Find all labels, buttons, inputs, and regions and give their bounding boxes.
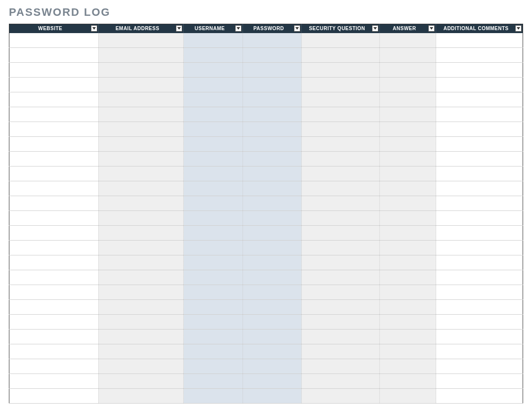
filter-dropdown-icon[interactable] (428, 25, 435, 32)
table-cell[interactable] (184, 285, 243, 300)
table-cell[interactable] (243, 33, 301, 48)
table-cell[interactable] (301, 181, 379, 196)
table-cell[interactable] (380, 137, 436, 152)
table-cell[interactable] (9, 270, 99, 285)
table-cell[interactable] (184, 92, 243, 107)
table-cell[interactable] (301, 33, 379, 48)
table-cell[interactable] (436, 196, 523, 211)
table-cell[interactable] (98, 92, 183, 107)
table-cell[interactable] (243, 374, 301, 389)
table-cell[interactable] (98, 270, 183, 285)
table-cell[interactable] (436, 300, 523, 315)
table-cell[interactable] (380, 270, 436, 285)
table-cell[interactable] (380, 181, 436, 196)
table-cell[interactable] (243, 122, 301, 137)
table-cell[interactable] (9, 78, 99, 92)
table-cell[interactable] (98, 181, 183, 196)
table-cell[interactable] (98, 137, 183, 152)
table-cell[interactable] (436, 344, 523, 359)
table-cell[interactable] (9, 344, 99, 359)
table-cell[interactable] (98, 300, 183, 315)
filter-dropdown-icon[interactable] (91, 25, 97, 32)
table-cell[interactable] (380, 152, 436, 166)
table-cell[interactable] (9, 48, 99, 63)
table-cell[interactable] (184, 196, 243, 211)
table-cell[interactable] (98, 389, 183, 404)
table-cell[interactable] (98, 48, 183, 63)
table-cell[interactable] (243, 196, 301, 211)
table-cell[interactable] (9, 33, 99, 48)
table-cell[interactable] (380, 63, 436, 78)
table-cell[interactable] (436, 48, 523, 63)
table-cell[interactable] (9, 181, 99, 196)
table-cell[interactable] (301, 152, 379, 166)
column-header[interactable]: WEBSITE (9, 24, 99, 33)
table-cell[interactable] (243, 330, 301, 344)
table-cell[interactable] (243, 137, 301, 152)
table-cell[interactable] (436, 241, 523, 255)
table-cell[interactable] (98, 78, 183, 92)
table-cell[interactable] (9, 122, 99, 137)
table-cell[interactable] (243, 389, 301, 404)
table-cell[interactable] (380, 315, 436, 330)
table-cell[interactable] (301, 63, 379, 78)
table-cell[interactable] (184, 226, 243, 241)
table-cell[interactable] (184, 330, 243, 344)
table-cell[interactable] (380, 330, 436, 344)
table-cell[interactable] (98, 122, 183, 137)
table-cell[interactable] (436, 211, 523, 226)
column-header[interactable]: ADDITIONAL COMMENTS (436, 24, 523, 33)
table-cell[interactable] (301, 211, 379, 226)
table-cell[interactable] (9, 211, 99, 226)
table-cell[interactable] (301, 78, 379, 92)
table-cell[interactable] (184, 33, 243, 48)
table-cell[interactable] (9, 315, 99, 330)
table-cell[interactable] (9, 330, 99, 344)
table-cell[interactable] (98, 166, 183, 181)
table-cell[interactable] (9, 300, 99, 315)
table-cell[interactable] (98, 315, 183, 330)
table-cell[interactable] (301, 107, 379, 122)
table-cell[interactable] (436, 107, 523, 122)
table-cell[interactable] (301, 300, 379, 315)
table-cell[interactable] (184, 241, 243, 255)
table-cell[interactable] (9, 152, 99, 166)
table-cell[interactable] (380, 122, 436, 137)
table-cell[interactable] (9, 255, 99, 270)
table-cell[interactable] (243, 226, 301, 241)
table-cell[interactable] (301, 389, 379, 404)
table-cell[interactable] (9, 107, 99, 122)
table-cell[interactable] (436, 33, 523, 48)
table-cell[interactable] (243, 166, 301, 181)
table-cell[interactable] (98, 285, 183, 300)
table-cell[interactable] (9, 137, 99, 152)
table-cell[interactable] (184, 166, 243, 181)
table-cell[interactable] (184, 107, 243, 122)
column-header[interactable]: EMAIL ADDRESS (98, 24, 183, 33)
table-cell[interactable] (436, 63, 523, 78)
table-cell[interactable] (380, 300, 436, 315)
table-cell[interactable] (436, 359, 523, 374)
table-cell[interactable] (301, 196, 379, 211)
table-cell[interactable] (243, 181, 301, 196)
table-cell[interactable] (301, 315, 379, 330)
table-cell[interactable] (301, 255, 379, 270)
table-cell[interactable] (243, 107, 301, 122)
filter-dropdown-icon[interactable] (176, 25, 182, 32)
table-cell[interactable] (380, 241, 436, 255)
table-cell[interactable] (380, 389, 436, 404)
table-cell[interactable] (184, 137, 243, 152)
table-cell[interactable] (243, 92, 301, 107)
table-cell[interactable] (436, 152, 523, 166)
table-cell[interactable] (184, 48, 243, 63)
table-cell[interactable] (184, 63, 243, 78)
table-cell[interactable] (301, 359, 379, 374)
table-cell[interactable] (98, 359, 183, 374)
table-cell[interactable] (184, 389, 243, 404)
table-cell[interactable] (301, 330, 379, 344)
table-cell[interactable] (184, 122, 243, 137)
filter-dropdown-icon[interactable] (372, 25, 378, 32)
table-cell[interactable] (243, 152, 301, 166)
table-cell[interactable] (98, 107, 183, 122)
table-cell[interactable] (380, 78, 436, 92)
